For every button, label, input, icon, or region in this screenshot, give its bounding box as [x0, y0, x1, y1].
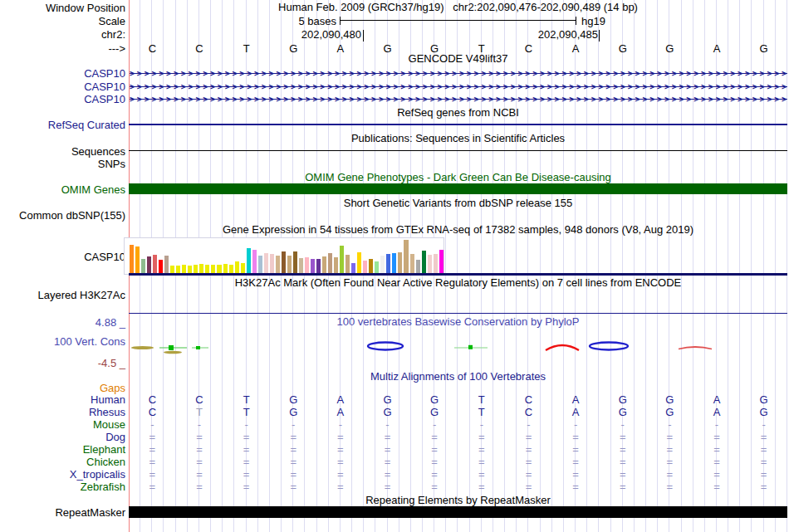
gtex-tissue-bar[interactable]: [363, 261, 367, 274]
gtex-tissue-bar[interactable]: [130, 245, 134, 274]
alignment-row-rhesus[interactable]: CTTGAGGTCAGGAG: [129, 406, 787, 418]
alignment-row-dog[interactable]: ==============: [129, 431, 787, 443]
gene-label-casp10-1[interactable]: CASP10: [0, 67, 125, 80]
alignment-cell: -: [223, 418, 270, 431]
species-label-chicken[interactable]: Chicken: [0, 456, 125, 468]
refseq-curated-label[interactable]: RefSeq Curated: [0, 119, 125, 131]
alignment-cell: C: [505, 393, 552, 406]
gene-arrow-track-2[interactable]: >>>>>>>>>>>>>>>>>>>>>>>>>>>>>>>>>>>>>>>>…: [130, 81, 787, 92]
alignment-cell: G: [740, 393, 787, 406]
gene-label-casp10-3[interactable]: CASP10: [0, 93, 125, 105]
species-label-dog[interactable]: Dog: [0, 431, 125, 443]
gtex-tissue-bar[interactable]: [270, 254, 274, 274]
repeatmasker-label[interactable]: RepeatMasker: [0, 506, 125, 519]
omim-genes-label[interactable]: OMIM Genes: [0, 183, 125, 196]
gene-arrow-track-3[interactable]: >>>>>>>>>>>>>>>>>>>>>>>>>>>>>>>>>>>>>>>>…: [130, 94, 787, 105]
omim-genes-bar[interactable]: [129, 183, 787, 194]
alignment-row-elephant[interactable]: ==============: [129, 443, 787, 456]
species-label-zebrafish[interactable]: Zebrafish: [0, 481, 125, 493]
gtex-tissue-bar[interactable]: [392, 253, 396, 274]
gtex-tissue-bar[interactable]: [264, 253, 268, 274]
alignment-cell: =: [599, 431, 646, 443]
gtex-tissue-bar[interactable]: [147, 256, 151, 274]
alignment-cell: =: [740, 456, 787, 468]
gtex-tissue-bar[interactable]: [299, 258, 303, 274]
alignment-cell: G: [599, 393, 646, 406]
gtex-tissue-bar[interactable]: [247, 248, 251, 274]
gtex-tissue-bar[interactable]: [334, 257, 338, 274]
alignment-row-mouse[interactable]: --------------: [129, 418, 787, 431]
gtex-tissue-bar[interactable]: [439, 250, 444, 274]
multiz-track-title: Multiz Alignments of 100 Vertebrates: [129, 371, 787, 383]
gaps-label[interactable]: Gaps: [0, 382, 125, 394]
gtex-tissue-bar[interactable]: [398, 252, 402, 274]
gtex-tissue-bar[interactable]: [404, 240, 408, 274]
alignment-cell: =: [740, 481, 787, 493]
alignment-row-zebrafish[interactable]: ==============: [129, 481, 787, 493]
gtex-tissue-bar[interactable]: [258, 256, 262, 274]
h3k27ac-track-baseline[interactable]: [129, 313, 787, 314]
gtex-tissue-bar[interactable]: [305, 257, 309, 274]
alignment-cell: G: [270, 393, 317, 406]
gtex-bars[interactable]: [130, 238, 444, 274]
alignment-cell: =: [693, 481, 741, 493]
species-label-human[interactable]: Human: [0, 393, 125, 406]
gtex-gene-label[interactable]: CASP10: [0, 251, 125, 263]
gtex-tissue-bar[interactable]: [311, 259, 315, 274]
gtex-tissue-bar[interactable]: [252, 250, 257, 274]
alignment-cell: =: [458, 431, 505, 443]
species-label-xtropicalis[interactable]: X_tropicalis: [0, 468, 125, 481]
species-label-elephant[interactable]: Elephant: [0, 443, 125, 456]
gene-label-casp10-2[interactable]: CASP10: [0, 81, 125, 93]
gtex-tissue-bar[interactable]: [345, 255, 350, 274]
gtex-tissue-bar[interactable]: [141, 259, 145, 274]
gtex-tissue-bar[interactable]: [386, 254, 390, 274]
gtex-tissue-bar[interactable]: [416, 260, 420, 274]
refseq-curated-track[interactable]: [129, 124, 787, 125]
gtex-tissue-bar[interactable]: [422, 251, 426, 274]
alignment-row-human[interactable]: CCTGAGGTCAGGAG: [129, 393, 787, 406]
alignment-cell: =: [270, 468, 317, 481]
common-dbsnp-label[interactable]: Common dbSNP(155): [0, 209, 125, 222]
phylop-track-label[interactable]: 100 Vert. Cons: [0, 335, 125, 348]
sequences-label[interactable]: Sequences: [0, 145, 125, 158]
gtex-tissue-bar[interactable]: [287, 256, 292, 274]
alignment-cell: =: [599, 456, 646, 468]
gtex-tissue-bar[interactable]: [159, 260, 163, 274]
gtex-tissue-bar[interactable]: [375, 261, 379, 274]
species-label-rhesus[interactable]: Rhesus: [0, 406, 125, 418]
gtex-tissue-bar[interactable]: [235, 261, 239, 274]
gtex-tissue-bar[interactable]: [410, 254, 414, 274]
gtex-tissue-bar[interactable]: [369, 259, 373, 274]
snps-label[interactable]: SNPs: [0, 158, 125, 170]
gtex-tissue-bar[interactable]: [293, 251, 297, 274]
gtex-tissue-bar[interactable]: [276, 256, 280, 274]
layered-h3k27ac-label[interactable]: Layered H3K27Ac: [0, 289, 125, 301]
gtex-tissue-bar[interactable]: [153, 255, 157, 274]
alignment-cell: -: [505, 418, 552, 431]
repeatmasker-bar[interactable]: [129, 506, 787, 518]
gtex-tissue-bar[interactable]: [428, 255, 432, 274]
conservation-wiggle[interactable]: [129, 336, 787, 365]
gtex-tissue-bar[interactable]: [322, 256, 326, 274]
gtex-tissue-bar[interactable]: [357, 252, 361, 274]
species-label-mouse[interactable]: Mouse: [0, 418, 125, 431]
conservation-mark: [169, 345, 174, 350]
gtex-tissue-bar[interactable]: [434, 254, 438, 274]
conservation-mark: [468, 345, 473, 349]
alignment-row-xtropicalis[interactable]: ==============: [129, 468, 787, 481]
alignment-cell: =: [693, 443, 741, 456]
gtex-tissue-bar[interactable]: [282, 251, 286, 274]
gtex-tissue-bar[interactable]: [135, 246, 140, 274]
alignment-cell: =: [129, 431, 176, 443]
gene-arrow-track-1[interactable]: >>>>>>>>>>>>>>>>>>>>>>>>>>>>>>>>>>>>>>>>…: [130, 68, 787, 79]
sequences-track[interactable]: [129, 150, 787, 151]
gtex-tissue-bar[interactable]: [316, 259, 321, 274]
alignment-cell: -: [740, 418, 787, 431]
gtex-tissue-bar[interactable]: [340, 246, 344, 274]
gtex-tissue-bar[interactable]: [164, 256, 169, 274]
gtex-tissue-bar[interactable]: [328, 253, 332, 274]
alignment-row-chicken[interactable]: ==============: [129, 456, 787, 468]
alignment-cell: =: [176, 443, 223, 456]
gtex-tissue-bar[interactable]: [380, 256, 385, 274]
